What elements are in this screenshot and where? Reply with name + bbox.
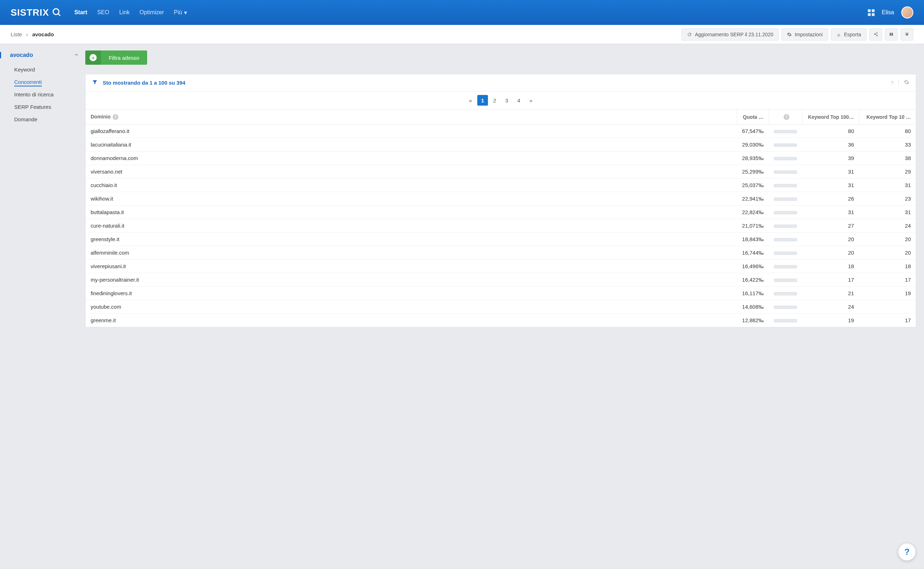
- avatar[interactable]: [901, 6, 913, 18]
- cell-quota: 16,496‰: [737, 260, 769, 273]
- cell-domain: greenme.it: [86, 313, 737, 327]
- book-icon: [889, 32, 894, 37]
- table-row[interactable]: my-personaltrainer.it16,422‰1717: [86, 273, 916, 287]
- cell-quota: 29,030‰: [737, 138, 769, 152]
- cell-quota: 12,882‰: [737, 313, 769, 327]
- cell-domain: viverepiusani.it: [86, 260, 737, 273]
- nav-item-link[interactable]: Link: [119, 9, 129, 16]
- table-row[interactable]: greenstyle.it18,843‰2020: [86, 233, 916, 246]
- sidebar-title-row[interactable]: avocado: [0, 52, 85, 58]
- cell-top10: 17: [859, 273, 916, 287]
- page-next[interactable]: »: [526, 95, 536, 106]
- nav-item-optimizer[interactable]: Optimizer: [140, 9, 164, 16]
- table-row[interactable]: buttalapasta.it22,824‰3131: [86, 205, 916, 219]
- main-nav: StartSEOLinkOptimizerPiù▾: [74, 9, 187, 16]
- col-top10[interactable]: Keyword Top 10 …: [859, 110, 916, 125]
- nav-item-start[interactable]: Start: [74, 9, 87, 16]
- present-button[interactable]: [901, 29, 913, 41]
- cell-bar: [769, 273, 802, 287]
- cell-top100: 21: [802, 287, 859, 300]
- cell-domain: finedininglovers.it: [86, 287, 737, 300]
- page-first[interactable]: «: [465, 95, 476, 106]
- apps-icon[interactable]: [868, 9, 875, 16]
- download-icon: [836, 32, 841, 37]
- cell-quota: 14,608‰: [737, 300, 769, 313]
- help-icon[interactable]: ?: [784, 114, 789, 120]
- subbar: Liste › avocado Aggiornamento SERP il 23…: [0, 25, 924, 44]
- cell-bar: [769, 192, 802, 205]
- table-row[interactable]: youtube.com14,608‰24: [86, 300, 916, 313]
- nav-item-più[interactable]: Più▾: [174, 9, 187, 16]
- help-fab[interactable]: ?: [898, 543, 915, 560]
- sidebar-item-domande[interactable]: Domande: [10, 113, 85, 126]
- cell-bar: [769, 233, 802, 246]
- filter-now-button[interactable]: + Filtra adesso: [85, 50, 147, 65]
- table-row[interactable]: viverepiusani.it16,496‰1818: [86, 260, 916, 273]
- table-row[interactable]: cure-naturali.it21,071‰2724: [86, 219, 916, 233]
- cell-domain: my-personaltrainer.it: [86, 273, 737, 287]
- table-row[interactable]: finedininglovers.it16,117‰2119: [86, 287, 916, 300]
- cell-top10: 33: [859, 138, 916, 152]
- table-row[interactable]: alfemminile.com16,744‰2020: [86, 246, 916, 260]
- cell-top10: 20: [859, 246, 916, 260]
- table-row[interactable]: lacucinaitaliana.it29,030‰3633: [86, 138, 916, 152]
- cell-bar: [769, 138, 802, 152]
- cell-bar: [769, 125, 802, 138]
- gear-icon[interactable]: [904, 79, 909, 86]
- serp-update-button[interactable]: Aggiornamento SERP il 23.11.2020: [682, 29, 778, 41]
- col-top100[interactable]: Keyword Top 100…: [802, 110, 859, 125]
- sidebar-item-keyword[interactable]: Keyword: [10, 63, 85, 76]
- logo[interactable]: SISTRIX: [11, 7, 62, 18]
- presentation-icon: [904, 32, 909, 37]
- card-header: Sto mostrando da 1 a 100 su 394 ?: [86, 75, 916, 91]
- cell-top100: 31: [802, 205, 859, 219]
- cell-top100: 31: [802, 178, 859, 192]
- results-table: Dominio? Quota … ? Keyword Top 100… Keyw…: [86, 110, 916, 327]
- page-4[interactable]: 4: [514, 95, 524, 106]
- cell-top100: 36: [802, 138, 859, 152]
- topbar: SISTRIX StartSEOLinkOptimizerPiù▾ Elisa: [0, 0, 924, 25]
- col-bar[interactable]: ?: [769, 110, 802, 125]
- export-button[interactable]: Esporta: [831, 29, 866, 41]
- page-2[interactable]: 2: [489, 95, 500, 106]
- cell-top10: 29: [859, 165, 916, 178]
- share-button[interactable]: [869, 29, 882, 41]
- help-icon[interactable]: ?: [891, 80, 894, 86]
- cell-top10: 31: [859, 205, 916, 219]
- cell-top100: 27: [802, 219, 859, 233]
- settings-button[interactable]: Impostazioni: [781, 29, 828, 41]
- sidebar-item-concorrenti[interactable]: Concorrenti: [10, 76, 85, 88]
- sidebar-title: avocado: [10, 52, 33, 58]
- book-button[interactable]: [885, 29, 898, 41]
- table-row[interactable]: cucchiaio.it25,037‰3131: [86, 178, 916, 192]
- cell-quota: 21,071‰: [737, 219, 769, 233]
- breadcrumb-root[interactable]: Liste: [11, 31, 22, 37]
- table-row[interactable]: greenme.it12,882‰1917: [86, 313, 916, 327]
- page-3[interactable]: 3: [501, 95, 512, 106]
- cell-bar: [769, 219, 802, 233]
- table-row[interactable]: viversano.net25,299‰3129: [86, 165, 916, 178]
- cell-top100: 39: [802, 152, 859, 165]
- user-name[interactable]: Elisa: [882, 9, 894, 16]
- col-domain[interactable]: Dominio?: [86, 110, 737, 125]
- cell-quota: 16,422‰: [737, 273, 769, 287]
- cell-quota: 67,547‰: [737, 125, 769, 138]
- cell-top100: 80: [802, 125, 859, 138]
- table-row[interactable]: donnamoderna.com28,935‰3938: [86, 152, 916, 165]
- help-icon[interactable]: ?: [113, 114, 118, 120]
- col-quota[interactable]: Quota …: [737, 110, 769, 125]
- table-row[interactable]: wikihow.it22,941‰2623: [86, 192, 916, 205]
- chevron-right-icon: ›: [26, 31, 28, 37]
- cell-top10: 23: [859, 192, 916, 205]
- sidebar-item-serp-features[interactable]: SERP Features: [10, 100, 85, 113]
- cell-bar: [769, 178, 802, 192]
- table-row[interactable]: giallozafferano.it67,547‰8080: [86, 125, 916, 138]
- brand-text: SISTRIX: [11, 7, 49, 18]
- page-1[interactable]: 1: [477, 95, 488, 106]
- sidebar-item-intento-di-ricerca[interactable]: Intento di ricerca: [10, 88, 85, 100]
- results-card: Sto mostrando da 1 a 100 su 394 ? « 1234…: [85, 74, 916, 327]
- nav-item-seo[interactable]: SEO: [97, 9, 109, 16]
- funnel-icon[interactable]: [92, 79, 98, 86]
- cell-bar: [769, 300, 802, 313]
- cell-top100: 17: [802, 273, 859, 287]
